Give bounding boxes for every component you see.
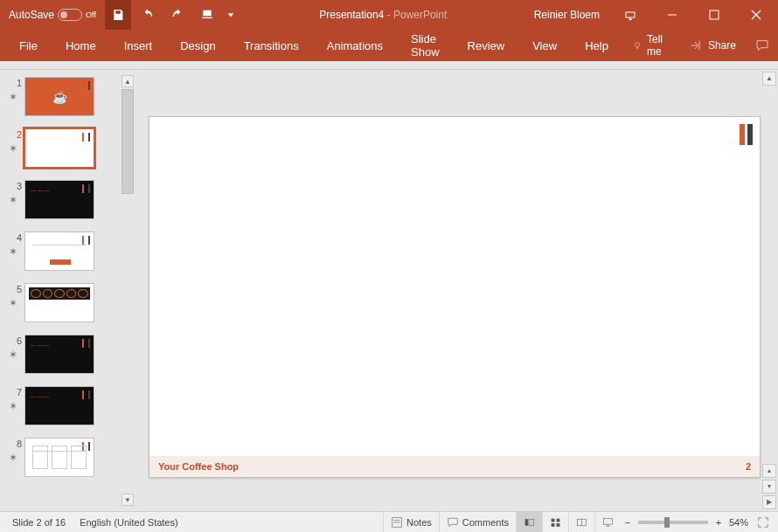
- collapsed-ribbon-area: [0, 61, 778, 70]
- zoom-in-button[interactable]: +: [712, 517, 726, 528]
- autosave-toggle[interactable]: AutoSave Off: [0, 9, 101, 21]
- tab-home[interactable]: Home: [52, 30, 110, 61]
- thumb-number: 5: [9, 283, 24, 295]
- slide-accent-bars: [740, 124, 753, 145]
- slide-thumbnail[interactable]: 6✶— — —: [9, 335, 135, 374]
- tab-transitions[interactable]: Transitions: [230, 30, 313, 61]
- slide-canvas-area: Your Coffee Shop 2 ▲ ▴ ▾ ▶: [135, 70, 778, 511]
- thumb-preview: [24, 231, 94, 271]
- autosave-state: Off: [86, 10, 96, 19]
- tell-me-button[interactable]: Tell me: [622, 30, 678, 61]
- fit-icon: [757, 516, 769, 529]
- qat-customize-button[interactable]: [224, 0, 238, 30]
- thumb-preview: [24, 438, 94, 477]
- slide-thumbnail[interactable]: 7✶— — —: [9, 386, 135, 425]
- thumb-preview: — — —: [24, 180, 94, 219]
- slide-sorter-button[interactable]: [542, 512, 568, 533]
- thumb-preview: — — —: [24, 335, 94, 374]
- ribbon-display-button[interactable]: [610, 0, 650, 30]
- slideshow-view-button[interactable]: [594, 512, 621, 533]
- slide-thumbnail[interactable]: 8✶: [9, 438, 135, 477]
- animation-star-icon: ✶: [9, 297, 24, 309]
- next-slide-icon[interactable]: ▾: [762, 480, 776, 494]
- autosave-label: AutoSave: [9, 9, 54, 21]
- maximize-button[interactable]: [694, 0, 734, 30]
- footer-text: Your Coffee Shop: [158, 461, 239, 472]
- tab-slideshow[interactable]: Slide Show: [397, 30, 454, 61]
- svg-rect-11: [525, 519, 528, 526]
- svg-rect-16: [557, 523, 560, 527]
- prev-slide-icon[interactable]: ▴: [762, 464, 776, 478]
- comments-button[interactable]: [747, 30, 778, 61]
- animation-star-icon: ✶: [9, 349, 24, 361]
- fit-to-window-button[interactable]: [754, 512, 773, 533]
- redo-button[interactable]: [164, 0, 191, 30]
- scroll-thumb[interactable]: [122, 89, 134, 194]
- normal-view-icon: [524, 516, 535, 529]
- slideshow-icon: [602, 516, 614, 529]
- tab-help[interactable]: Help: [571, 30, 622, 61]
- svg-rect-12: [529, 519, 533, 526]
- lightbulb-icon: [633, 38, 642, 52]
- comment-icon: [447, 516, 459, 529]
- scroll-right-icon[interactable]: ▶: [762, 495, 776, 509]
- svg-rect-19: [604, 518, 613, 524]
- thumb-number: 2: [9, 128, 24, 141]
- thumb-preview: ☕: [24, 77, 94, 116]
- reading-view-button[interactable]: [568, 512, 594, 533]
- tab-design[interactable]: Design: [166, 30, 229, 61]
- horizontal-scrollbar[interactable]: ▶: [137, 495, 776, 509]
- language-label[interactable]: English (United States): [80, 517, 178, 528]
- slide-thumbnail[interactable]: 4✶: [9, 231, 135, 271]
- quick-access-toolbar: [101, 0, 241, 30]
- thumb-number: 1: [9, 77, 24, 89]
- thumb-preview: [24, 128, 94, 168]
- zoom-slider[interactable]: [638, 521, 708, 524]
- tab-file[interactable]: File: [5, 30, 52, 61]
- slide-canvas[interactable]: Your Coffee Shop 2: [149, 116, 761, 478]
- vertical-scrollbar[interactable]: ▲ ▴ ▾: [762, 72, 776, 494]
- tab-review[interactable]: Review: [454, 30, 519, 61]
- zoom-out-button[interactable]: −: [621, 517, 635, 528]
- normal-view-button[interactable]: [516, 512, 542, 533]
- status-bar: Slide 2 of 16 English (United States) No…: [0, 511, 778, 532]
- thumb-number: 8: [9, 438, 24, 450]
- slide-count-label[interactable]: Slide 2 of 16: [12, 517, 66, 528]
- slide-thumbnail[interactable]: 5✶: [9, 283, 135, 322]
- slide-footer: Your Coffee Shop 2: [149, 456, 760, 477]
- ribbon-tabs: File Home Insert Design Transitions Anim…: [0, 30, 778, 61]
- thumb-number: 4: [9, 231, 24, 244]
- thumb-number: 6: [9, 335, 24, 347]
- minimize-button[interactable]: [652, 0, 692, 30]
- slide-thumbnail[interactable]: 3✶— — —: [9, 180, 135, 219]
- tab-view[interactable]: View: [518, 30, 571, 61]
- slide-thumbnails-panel: 1✶☕2✶3✶— — —4✶5✶6✶— — —7✶— — —8✶ ▲ ▼: [0, 70, 135, 511]
- scroll-up-icon[interactable]: ▲: [122, 75, 134, 87]
- thumbnails-scrollbar[interactable]: ▲ ▼: [122, 75, 134, 506]
- animation-star-icon: ✶: [9, 400, 24, 412]
- tab-animations[interactable]: Animations: [313, 30, 397, 61]
- scroll-up-icon[interactable]: ▲: [762, 72, 776, 86]
- comments-button[interactable]: Comments: [439, 512, 516, 533]
- save-button[interactable]: [105, 0, 131, 30]
- reading-icon: [576, 516, 587, 529]
- start-from-beginning-button[interactable]: [194, 0, 220, 30]
- svg-rect-2: [710, 10, 719, 19]
- thumb-number: 3: [9, 180, 24, 192]
- title-bar: AutoSave Off Presentation4 - PowerPoint …: [0, 0, 778, 30]
- notes-button[interactable]: Notes: [383, 512, 439, 533]
- tab-insert[interactable]: Insert: [110, 30, 167, 61]
- share-button[interactable]: Share: [678, 30, 747, 61]
- scroll-down-icon[interactable]: ▼: [122, 494, 134, 506]
- svg-rect-13: [552, 518, 555, 522]
- slide-thumbnail[interactable]: 1✶☕: [9, 77, 135, 116]
- svg-rect-14: [557, 518, 560, 522]
- animation-star-icon: ✶: [9, 91, 24, 103]
- slide-thumbnail[interactable]: 2✶: [9, 128, 135, 168]
- zoom-slider-thumb[interactable]: [664, 517, 670, 528]
- toggle-icon: [58, 9, 82, 21]
- thumb-number: 7: [9, 386, 24, 398]
- zoom-percent[interactable]: 54%: [726, 517, 754, 528]
- undo-button[interactable]: [135, 0, 161, 30]
- close-button[interactable]: [736, 0, 776, 30]
